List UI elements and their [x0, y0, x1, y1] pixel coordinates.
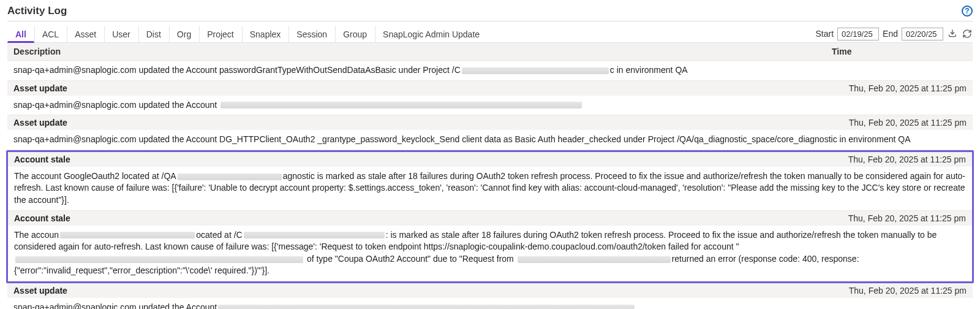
redacted-text: [221, 102, 582, 109]
help-icon[interactable]: ?: [962, 6, 973, 17]
entry-description: snap-qa+admin@snaplogic.com updated the …: [7, 96, 973, 115]
tab-dist[interactable]: Dist: [138, 25, 169, 43]
entry-description: The account GoogleOauth2 located at /QAa…: [8, 167, 972, 210]
highlighted-entries: Account staleThu, Feb 20, 2025 at 11:25 …: [6, 150, 974, 283]
entry-header: Asset updateThu, Feb 20, 2025 at 11:25 p…: [7, 81, 973, 96]
start-date-input[interactable]: [837, 28, 879, 40]
redacted-text: [462, 67, 609, 74]
start-label: Start: [816, 29, 834, 39]
tab-all[interactable]: All: [7, 25, 34, 43]
redacted-text: [518, 256, 671, 263]
download-icon[interactable]: [947, 28, 958, 39]
log-entries: snap-qa+admin@snaplogic.com updated the …: [7, 61, 973, 309]
entry-title: Account stale: [14, 213, 70, 223]
redacted-text: [15, 256, 303, 263]
entry-title: Asset update: [13, 118, 67, 128]
redacted-text: [60, 232, 195, 238]
tab-user[interactable]: User: [104, 25, 138, 43]
tab-asset[interactable]: Asset: [67, 25, 104, 43]
end-label: End: [883, 29, 898, 39]
redacted-text: [244, 232, 385, 238]
col-description: Description: [13, 47, 832, 56]
redacted-text: [178, 174, 282, 180]
entry-description: snap-qa+admin@snaplogic.com updated the …: [7, 61, 973, 80]
refresh-icon[interactable]: [962, 28, 973, 39]
entry-time: Thu, Feb 20, 2025 at 11:25 pm: [843, 118, 967, 128]
log-entry: snap-qa+admin@snaplogic.com updated the …: [7, 61, 973, 81]
entry-description: snap-qa+admin@snaplogic.com updated the …: [7, 130, 973, 150]
entry-header: Account staleThu, Feb 20, 2025 at 11:25 …: [8, 152, 972, 167]
tab-group[interactable]: Group: [335, 25, 375, 43]
entry-description: The accounocated at /C: is marked as sta…: [8, 226, 972, 281]
redacted-text: [218, 305, 635, 309]
log-entry: Account staleThu, Feb 20, 2025 at 11:25 …: [8, 211, 972, 281]
entry-title: Account stale: [14, 154, 70, 164]
entry-title: Asset update: [13, 83, 67, 93]
entry-time: Thu, Feb 20, 2025 at 11:25 pm: [843, 83, 967, 93]
entry-title: Asset update: [13, 286, 67, 296]
entry-time: Thu, Feb 20, 2025 at 11:25 pm: [842, 154, 966, 164]
date-filter: Start End: [816, 28, 973, 40]
tab-bar: AllACLAssetUserDistOrgProjectSnaplexSess…: [7, 25, 488, 42]
end-date-input[interactable]: [902, 28, 943, 40]
col-time: Time: [832, 47, 967, 56]
log-entry: Asset updateThu, Feb 20, 2025 at 11:25 p…: [7, 115, 973, 150]
entry-header: Asset updateThu, Feb 20, 2025 at 11:25 p…: [7, 283, 973, 298]
tab-snaplex[interactable]: Snaplex: [242, 25, 289, 43]
entry-time: Thu, Feb 20, 2025 at 11:25 pm: [842, 213, 966, 223]
log-entry: Asset updateThu, Feb 20, 2025 at 11:25 p…: [7, 283, 973, 309]
tab-acl[interactable]: ACL: [34, 25, 67, 43]
list-header: Description Time: [7, 42, 973, 61]
toolbar: AllACLAssetUserDistOrgProjectSnaplexSess…: [7, 21, 973, 42]
log-entry: Asset updateThu, Feb 20, 2025 at 11:25 p…: [7, 81, 973, 116]
page-header: Activity Log ?: [7, 4, 973, 21]
log-entry: Account staleThu, Feb 20, 2025 at 11:25 …: [8, 152, 972, 211]
entry-header: Asset updateThu, Feb 20, 2025 at 11:25 p…: [7, 115, 973, 130]
page-title: Activity Log: [7, 5, 67, 17]
tab-project[interactable]: Project: [199, 25, 242, 43]
entry-time: Thu, Feb 20, 2025 at 11:25 pm: [843, 286, 967, 296]
entry-description: snap-qa+admin@snaplogic.com updated the …: [7, 298, 973, 309]
tab-snaplogic-admin-update[interactable]: SnapLogic Admin Update: [375, 25, 488, 43]
entry-header: Account staleThu, Feb 20, 2025 at 11:25 …: [8, 211, 972, 226]
tab-org[interactable]: Org: [169, 25, 199, 43]
tab-session[interactable]: Session: [288, 25, 335, 43]
